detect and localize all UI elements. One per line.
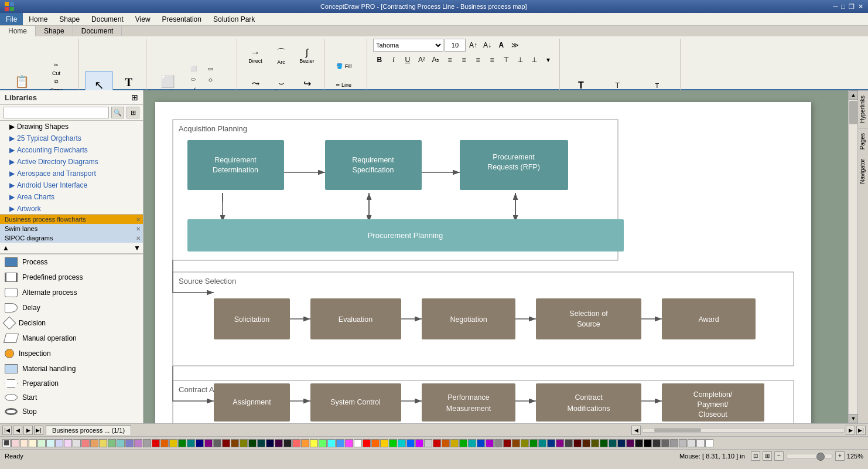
close-lib-sipoc[interactable]: ✕ — [136, 235, 141, 242]
assignment-box[interactable] — [214, 383, 290, 422]
palette-swatch[interactable] — [705, 439, 713, 447]
palette-swatch[interactable] — [99, 439, 107, 447]
palette-swatch[interactable] — [345, 439, 353, 447]
palette-swatch[interactable] — [187, 439, 195, 447]
align-justify-btn[interactable]: ≡ — [486, 53, 498, 66]
palette-swatch[interactable] — [600, 439, 608, 447]
font-size-input[interactable] — [445, 39, 466, 52]
palette-swatch[interactable] — [468, 439, 476, 447]
palette-swatch[interactable] — [512, 439, 520, 447]
palette-swatch[interactable] — [160, 439, 169, 447]
zoom-out-btn[interactable]: − — [774, 451, 784, 461]
palette-swatch[interactable] — [248, 439, 257, 447]
palette-swatch[interactable] — [415, 439, 423, 447]
palette-swatch[interactable] — [178, 439, 186, 447]
req-spec-box[interactable] — [325, 140, 422, 190]
menu-document[interactable]: Document — [86, 13, 129, 25]
palette-swatch[interactable] — [231, 439, 239, 447]
palette-swatch[interactable] — [486, 439, 494, 447]
evaluation-box[interactable] — [310, 298, 401, 339]
italic-btn[interactable]: I — [387, 53, 400, 66]
lib-android[interactable]: ▶ Android User Interface — [0, 179, 143, 191]
palette-swatch[interactable] — [617, 439, 626, 447]
font-name-select[interactable]: Tahoma — [373, 39, 443, 52]
palette-swatch[interactable] — [283, 439, 292, 447]
arc-connector[interactable]: ⌒ Arc — [269, 41, 293, 70]
palette-swatch[interactable] — [398, 439, 406, 447]
page-scroll-last[interactable]: ▶| — [34, 426, 43, 435]
palette-swatch[interactable] — [380, 439, 388, 447]
bold-btn[interactable]: B — [373, 53, 386, 66]
palette-swatch[interactable] — [301, 439, 309, 447]
shape-predefined[interactable]: Predefined process — [0, 270, 143, 285]
fill-button[interactable]: 🪣 Fill — [332, 58, 356, 74]
palette-swatch[interactable] — [565, 439, 573, 447]
palette-swatch[interactable] — [310, 439, 318, 447]
valign-top-btn[interactable]: ⊤ — [500, 53, 512, 66]
palette-swatch[interactable] — [652, 439, 661, 447]
v-scroll-thumb[interactable] — [849, 101, 857, 124]
palette-swatch[interactable] — [626, 439, 634, 447]
diagram-canvas[interactable]: Acquisition Planning Source Selection Co… — [155, 102, 811, 423]
superscript-btn[interactable]: A² — [415, 53, 428, 66]
ribbon-tab-home[interactable]: Home — [0, 26, 36, 36]
align-center-btn[interactable]: ≡ — [457, 53, 470, 66]
menu-shape[interactable]: Shape — [53, 13, 86, 25]
palette-swatch[interactable] — [696, 439, 705, 447]
shape-manual-op[interactable]: Manual operation — [0, 331, 143, 346]
palette-swatch[interactable] — [442, 439, 450, 447]
palette-swatch[interactable] — [275, 439, 283, 447]
completion-box[interactable] — [662, 383, 764, 422]
active-lib-sipoc[interactable]: SIPOC diagrams ✕ — [0, 233, 143, 243]
page-tab-1[interactable]: Business process ... (1/1) — [46, 425, 131, 435]
restore-btn[interactable]: ❐ — [849, 3, 855, 11]
palette-swatch[interactable] — [529, 439, 538, 447]
palette-swatch[interactable] — [20, 439, 28, 447]
palette-swatch[interactable] — [292, 439, 300, 447]
zoom-slider-thumb[interactable] — [816, 453, 825, 461]
palette-swatch[interactable] — [679, 439, 687, 447]
menu-home[interactable]: Home — [23, 13, 53, 25]
zoom-fit-btn[interactable]: ⊡ — [751, 451, 760, 461]
align-left-btn[interactable]: ≡ — [443, 53, 456, 66]
scroll-up-btn[interactable]: ▲ — [849, 90, 858, 100]
palette-swatch[interactable] — [363, 439, 371, 447]
palette-swatch[interactable] — [125, 439, 134, 447]
rounded-shape[interactable]: ▭ — [202, 63, 218, 74]
menu-presentation[interactable]: Presentation — [156, 13, 207, 25]
underline-btn[interactable]: U — [401, 53, 414, 66]
lib-accounting[interactable]: ▶ Accounting Flowcharts — [0, 144, 143, 156]
menu-view[interactable]: View — [129, 13, 156, 25]
active-lib-bpf[interactable]: Business process flowcharts ✕ — [0, 215, 143, 224]
shape-material[interactable]: Material handling — [0, 361, 143, 376]
palette-swatch[interactable] — [90, 439, 98, 447]
h-scroll-far-right[interactable]: ▶| — [856, 426, 866, 435]
lib-area-charts[interactable]: ▶ Area Charts — [0, 191, 143, 203]
palette-swatch[interactable] — [336, 439, 344, 447]
color-picker-btn[interactable]: ⬛ — [2, 439, 11, 447]
sidebar-close-btn[interactable]: ⊞ — [131, 93, 138, 102]
shape-process[interactable]: Process — [0, 254, 143, 270]
proc-plan-box[interactable] — [187, 219, 624, 252]
shape-preparation[interactable]: Preparation — [0, 376, 143, 390]
lib-25-orgcharts[interactable]: ▶ 25 Typical Orgcharts — [0, 132, 143, 144]
palette-swatch[interactable] — [609, 439, 617, 447]
lib-drawing-shapes[interactable]: ▶ Drawing Shapes — [0, 121, 143, 132]
shape-inspection[interactable]: Inspection — [0, 346, 143, 361]
scroll-down-btn[interactable]: ▼ — [134, 244, 141, 252]
page-scroll-prev[interactable]: ◀ — [13, 426, 22, 435]
page-scroll-first[interactable]: |◀ — [2, 426, 12, 435]
pages-tab[interactable]: Pages — [858, 128, 868, 154]
palette-swatch[interactable] — [134, 439, 142, 447]
close-lib-bpf[interactable]: ✕ — [136, 216, 141, 223]
perf-measure-box[interactable] — [422, 383, 515, 422]
active-lib-swim[interactable]: Swim lanes ✕ — [0, 224, 143, 233]
palette-swatch[interactable] — [213, 439, 221, 447]
palette-swatch[interactable] — [547, 439, 555, 447]
palette-swatch[interactable] — [556, 439, 564, 447]
palette-swatch[interactable] — [538, 439, 546, 447]
sel-source-box[interactable] — [536, 298, 641, 339]
canvas-container[interactable]: Hyperlinks Pages Navigator ▲ ▼ Acquisiti… — [143, 90, 868, 423]
palette-swatch[interactable] — [459, 439, 467, 447]
palette-swatch[interactable] — [354, 439, 362, 447]
